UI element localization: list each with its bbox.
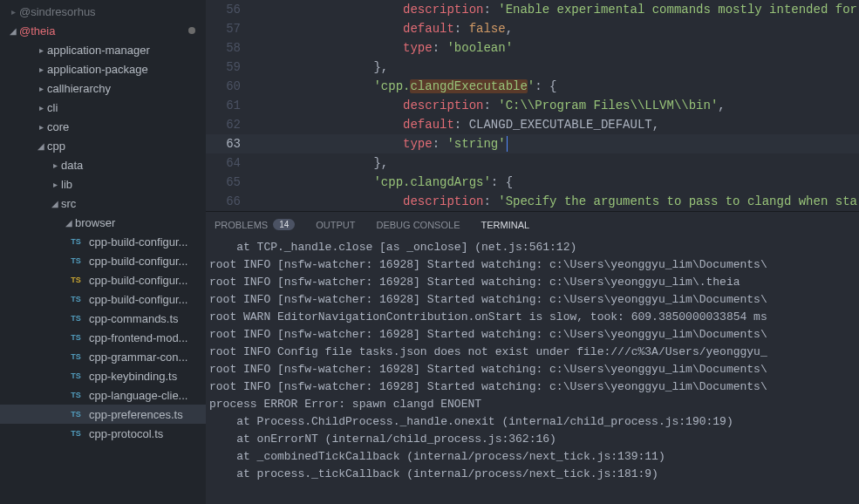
code-content: default: CLANGD_EXECUTABLE_DEFAULT, (256, 115, 659, 134)
tree-file[interactable]: TScpp-build-configur... (0, 289, 206, 309)
code-line[interactable]: 64 }, (206, 153, 859, 173)
chevron-down-icon: ◢ (63, 218, 75, 228)
bottom-panel: PROBLEMS 14 OUTPUT DEBUG CONSOLE TERMINA… (206, 211, 859, 504)
tree-file[interactable]: TScpp-frontend-mod... (0, 328, 206, 347)
code-content: }, (256, 58, 388, 77)
code-line[interactable]: 66 description: 'Specify the arguments t… (206, 192, 859, 211)
folder-label: browser (75, 216, 115, 229)
tree-file[interactable]: TScpp-build-configur... (0, 251, 206, 270)
typescript-icon: TS (68, 255, 84, 267)
tree-folder-root[interactable]: ◢ @theia (0, 21, 206, 40)
terminal-output[interactable]: at TCP._handle.close [as _onclose] (net.… (206, 235, 859, 487)
tab-label: TERMINAL (481, 220, 529, 230)
code-content: type: 'boolean' (256, 38, 513, 58)
code-line[interactable]: 61 description: 'C:\\Program Files\\LLVM… (206, 96, 859, 115)
typescript-icon: TS (68, 331, 84, 344)
tree-file[interactable]: TScpp-build-configur... (0, 270, 206, 289)
code-line[interactable]: 62 default: CLANGD_EXECUTABLE_DEFAULT, (206, 115, 859, 134)
tree-folder[interactable]: ▸cli (0, 98, 206, 117)
chevron-down-icon: ◢ (35, 141, 47, 151)
tree-file[interactable]: TScpp-preferences.ts (0, 405, 206, 424)
code-line[interactable]: 59 }, (206, 58, 859, 77)
code-line[interactable]: 63 type: 'string' (206, 134, 859, 153)
tree-folder[interactable]: ◢browser (0, 213, 206, 232)
tab-problems[interactable]: PROBLEMS 14 (215, 219, 295, 230)
tree-folder[interactable]: ◢src (0, 194, 206, 213)
code-editor[interactable]: 56 description: 'Enable experimental com… (206, 0, 859, 211)
folder-label: data (61, 159, 83, 172)
line-number: 63 (206, 134, 256, 153)
tree-folder[interactable]: ▸application-package (0, 59, 206, 78)
file-label: cpp-build-configur... (89, 293, 187, 306)
code-content: description: 'Enable experimental comman… (256, 0, 857, 19)
typescript-icon: TS (68, 235, 84, 248)
chevron-right-icon: ▸ (49, 180, 61, 189)
tree-folder[interactable]: ▸application-manager (0, 40, 206, 59)
problems-count-badge: 14 (273, 219, 295, 230)
tree-file[interactable]: TScpp-commands.ts (0, 309, 206, 328)
file-label: cpp-frontend-mod... (89, 331, 187, 344)
chevron-down-icon: ◢ (7, 26, 19, 36)
folder-label: callhierarchy (47, 82, 111, 95)
typescript-icon: TS (68, 389, 84, 401)
code-content: description: 'C:\\Program Files\\LLVM\\b… (256, 96, 726, 115)
file-label: cpp-commands.ts (89, 312, 179, 325)
tree-folder[interactable]: ▸data (0, 155, 206, 174)
folder-label: cli (47, 101, 58, 114)
text-cursor (507, 136, 508, 152)
line-number: 60 (206, 77, 256, 96)
folder-label: @theia (19, 24, 55, 37)
folder-label: @sindresorhus (19, 5, 96, 18)
dirty-indicator-icon (188, 27, 195, 34)
tree-file[interactable]: TScpp-language-clie... (0, 385, 206, 405)
code-line[interactable]: 57 default: false, (206, 19, 859, 38)
typescript-icon: TS (68, 293, 84, 305)
tree-folder[interactable]: ◢cpp (0, 136, 206, 155)
code-line[interactable]: 58 type: 'boolean' (206, 38, 859, 58)
file-label: cpp-keybinding.ts (89, 370, 177, 383)
file-label: cpp-grammar-con... (89, 351, 187, 364)
typescript-icon: TS (68, 427, 84, 439)
file-explorer-sidebar: ▸ @sindresorhus ◢ @theia ▸application-ma… (0, 0, 206, 504)
tree-folder[interactable]: ▸lib (0, 174, 206, 194)
tab-label: DEBUG CONSOLE (377, 220, 460, 230)
line-number: 61 (206, 96, 256, 115)
tree-folder[interactable]: ▸callhierarchy (0, 78, 206, 98)
folder-label: src (61, 197, 76, 210)
typescript-icon: TS (68, 312, 84, 324)
tab-output[interactable]: OUTPUT (316, 219, 355, 230)
chevron-right-icon: ▸ (35, 65, 47, 74)
tree-file[interactable]: TScpp-keybinding.ts (0, 366, 206, 385)
file-label: cpp-build-configur... (89, 255, 187, 268)
code-line[interactable]: 56 description: 'Enable experimental com… (206, 0, 859, 19)
tree-file[interactable]: TScpp-grammar-con... (0, 347, 206, 366)
chevron-right-icon: ▸ (49, 160, 61, 170)
code-line[interactable]: 65 'cpp.clangdArgs': { (206, 173, 859, 192)
line-number: 62 (206, 115, 256, 134)
tree-file[interactable]: TScpp-build-configur... (0, 232, 206, 251)
tree-folder[interactable]: ▸core (0, 117, 206, 136)
chevron-right-icon: ▸ (35, 45, 47, 55)
code-content: default: false, (256, 19, 513, 38)
tree-file[interactable]: TScpp-protocol.ts (0, 424, 206, 443)
line-number: 59 (206, 58, 256, 77)
typescript-icon: TS (68, 274, 84, 286)
tree-folder-top[interactable]: ▸ @sindresorhus (0, 2, 206, 21)
tab-terminal[interactable]: TERMINAL (481, 219, 529, 230)
file-tree: ▸ @sindresorhus ◢ @theia ▸application-ma… (0, 0, 206, 443)
line-number: 58 (206, 38, 256, 58)
line-number: 56 (206, 0, 256, 19)
code-content: 'cpp.clangdExecutable': { (256, 77, 556, 96)
code-content: type: 'string' (256, 134, 508, 153)
file-label: cpp-build-configur... (89, 274, 187, 287)
code-line[interactable]: 60 'cpp.clangdExecutable': { (206, 77, 859, 96)
tab-debug-console[interactable]: DEBUG CONSOLE (377, 219, 460, 230)
chevron-right-icon: ▸ (35, 84, 47, 93)
chevron-down-icon: ◢ (49, 199, 61, 208)
line-number: 57 (206, 19, 256, 38)
file-label: cpp-language-clie... (89, 389, 187, 402)
tab-label: PROBLEMS (215, 220, 268, 230)
chevron-right-icon: ▸ (35, 103, 47, 112)
folder-label: core (47, 120, 69, 133)
code-content: description: 'Specify the arguments to p… (256, 192, 857, 211)
